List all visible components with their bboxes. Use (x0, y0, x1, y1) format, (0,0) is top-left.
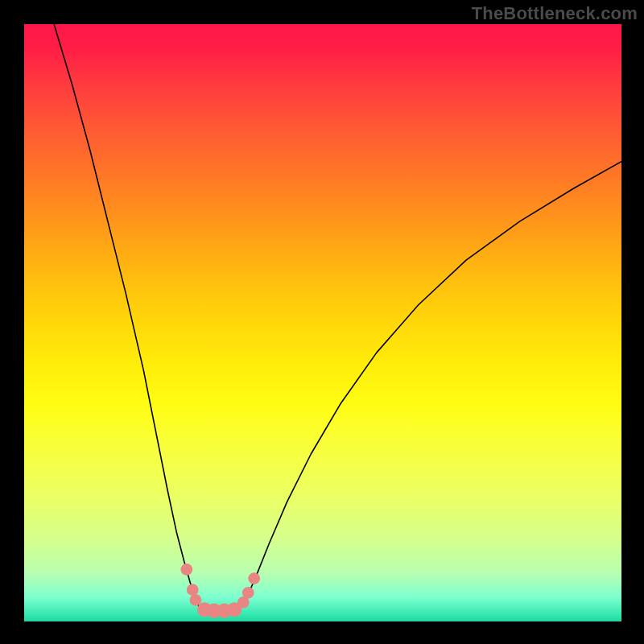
curve-svg (24, 24, 621, 621)
valley-marker (242, 587, 254, 599)
valley-marker (248, 572, 260, 584)
valley-markers (180, 564, 260, 618)
watermark-text: TheBottleneck.com (472, 3, 638, 24)
valley-marker (180, 564, 192, 576)
bottleneck-curve (54, 24, 621, 611)
chart-frame: TheBottleneck.com (0, 0, 644, 644)
plot-area (24, 24, 621, 621)
valley-marker (187, 584, 199, 596)
